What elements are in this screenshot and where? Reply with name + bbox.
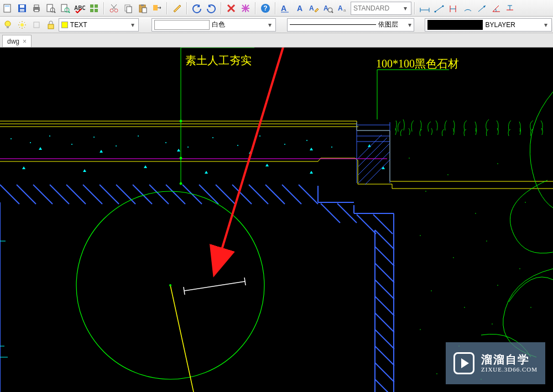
svg-text:A: A (281, 4, 286, 13)
watermark: 溜溜自学 ZIXUE.3D66.COM (446, 342, 545, 384)
dim-arc-icon[interactable] (461, 2, 474, 15)
svg-point-182 (464, 307, 465, 308)
mtext-icon[interactable]: A (279, 2, 292, 15)
chevron-down-icon: ▾ (400, 21, 411, 29)
svg-marker-93 (177, 149, 180, 151)
layer-sun-icon[interactable] (15, 18, 29, 32)
layer-bulb-icon[interactable] (1, 18, 14, 32)
toolbar-row-1: ABC ? A A A A (0, 0, 553, 17)
lineweight-name: BYLAYER (485, 21, 540, 29)
layer-dropdown[interactable]: TEXT ▾ (59, 18, 139, 32)
copy-icon[interactable] (122, 2, 135, 15)
svg-rect-28 (153, 5, 158, 11)
dim-radius-icon[interactable] (476, 2, 489, 15)
svg-point-51 (442, 5, 444, 7)
svg-rect-18 (95, 9, 98, 12)
svg-point-19 (110, 9, 113, 12)
text-style-icon[interactable]: Aa (336, 2, 349, 15)
purge-icon[interactable] (239, 2, 252, 15)
linetype-dropdown[interactable]: 依图层 ▾ (287, 18, 414, 32)
svg-line-70 (24, 22, 25, 23)
svg-marker-99 (83, 169, 86, 172)
svg-text:a: a (343, 8, 346, 13)
svg-point-76 (11, 138, 12, 139)
single-text-icon[interactable]: A (293, 2, 306, 15)
svg-line-43 (332, 12, 333, 13)
svg-point-77 (30, 142, 31, 143)
svg-rect-1 (5, 6, 9, 7)
svg-point-185 (420, 329, 421, 330)
svg-rect-62 (7, 26, 9, 28)
svg-rect-17 (90, 9, 93, 12)
paste-icon[interactable] (136, 2, 149, 15)
svg-point-83 (165, 142, 166, 143)
dim-edit-icon[interactable] (504, 2, 518, 15)
spellcheck-icon[interactable]: ABC (73, 2, 86, 15)
dim-aligned-icon[interactable] (432, 2, 446, 15)
layer-color-swatch (61, 22, 68, 28)
svg-line-57 (493, 6, 499, 12)
play-icon (453, 352, 474, 374)
document-tabbar: dwg × (0, 33, 553, 48)
svg-point-189 (436, 373, 437, 374)
color-swatch-white (154, 20, 210, 30)
block-icon[interactable] (87, 2, 101, 15)
svg-line-10 (54, 12, 55, 13)
redo-icon[interactable] (205, 2, 218, 15)
svg-marker-101 (205, 171, 208, 174)
separator (186, 2, 187, 14)
dim-ordinate-icon[interactable] (447, 2, 460, 15)
svg-rect-7 (34, 9, 39, 12)
dim-linear-icon[interactable] (418, 2, 431, 15)
separator (414, 2, 415, 14)
svg-point-80 (93, 137, 95, 138)
svg-point-180 (519, 268, 520, 269)
svg-marker-100 (144, 165, 147, 168)
svg-point-84 (187, 147, 189, 148)
svg-marker-118 (0, 183, 394, 392)
svg-point-177 (420, 235, 421, 236)
color-dropdown[interactable]: 白色 ▾ (152, 18, 276, 32)
svg-point-20 (114, 9, 118, 12)
separator (103, 2, 105, 14)
delete-icon[interactable] (225, 2, 238, 15)
layer-lock-icon[interactable] (44, 18, 58, 32)
new-icon[interactable] (1, 2, 14, 15)
svg-line-49 (435, 6, 443, 12)
dim-angular-icon[interactable] (490, 2, 503, 15)
layer-freeze-icon[interactable] (30, 18, 43, 32)
svg-point-82 (138, 135, 139, 137)
drawing-canvas[interactable]: 素土人工夯实 100*100黑色石材 溜溜自学 ZIXUE.3D66.COM (0, 48, 553, 392)
svg-point-175 (497, 163, 498, 164)
print-icon[interactable] (30, 2, 43, 15)
undo-icon[interactable] (190, 2, 204, 15)
svg-line-113 (358, 138, 387, 166)
print-preview-icon[interactable] (44, 2, 58, 15)
match-properties-icon[interactable] (150, 2, 164, 15)
cut-icon[interactable] (107, 2, 121, 15)
svg-point-90 (331, 147, 332, 148)
linetype-preview (290, 24, 376, 25)
label-stone: 100*100黑色石材 (376, 58, 459, 70)
document-tab[interactable]: dwg × (2, 35, 32, 47)
svg-point-81 (116, 145, 117, 147)
svg-point-178 (453, 257, 454, 258)
save-icon[interactable] (15, 2, 29, 15)
lineweight-dropdown[interactable]: BYLAYER ▾ (425, 18, 552, 32)
edit-text-icon[interactable]: A (307, 2, 321, 15)
svg-point-179 (486, 241, 487, 242)
svg-rect-16 (95, 4, 98, 8)
svg-marker-102 (265, 164, 269, 166)
svg-rect-6 (34, 5, 39, 7)
text-style-dropdown[interactable]: STANDARD ▾ (351, 2, 411, 15)
svg-point-184 (530, 307, 531, 308)
text-style-value: STANDARD (353, 4, 400, 12)
svg-point-160 (169, 284, 171, 286)
brush-icon[interactable] (170, 2, 184, 15)
close-icon[interactable]: × (23, 38, 27, 45)
find-text-icon[interactable]: A (322, 2, 335, 15)
svg-marker-98 (22, 166, 25, 169)
help-icon[interactable]: ? (259, 2, 272, 15)
svg-text:A: A (324, 4, 328, 12)
find-icon[interactable] (59, 2, 72, 15)
